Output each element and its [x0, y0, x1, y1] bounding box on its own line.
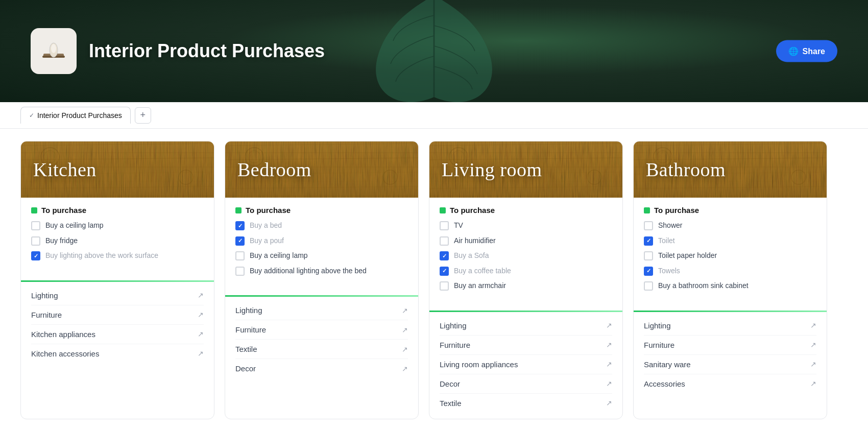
link-items: Lighting ↗ Furniture ↗ Kitchen appliance… [21, 284, 214, 369]
link-item[interactable]: Lighting ↗ [235, 301, 408, 320]
checkbox-2-4[interactable] [440, 281, 449, 291]
external-link-icon: ↗ [402, 326, 408, 334]
add-tab-button[interactable]: + [135, 107, 151, 124]
link-item[interactable]: Textile ↗ [235, 340, 408, 359]
check-item[interactable]: Toilet paper holder [644, 251, 816, 261]
section-dot [31, 207, 37, 213]
checkbox-3-0[interactable] [644, 221, 653, 230]
share-button[interactable]: 🌐 Share [776, 40, 837, 62]
check-label: TV [454, 221, 463, 231]
link-item[interactable]: Decor ↗ [440, 374, 612, 394]
header-content: Interior Product Purchases [31, 28, 325, 74]
link-item[interactable]: Furniture ↗ [440, 336, 612, 355]
checkbox-0-1[interactable] [31, 236, 40, 246]
section-title: To purchase [450, 206, 495, 214]
check-item[interactable]: Buy a Sofa [440, 251, 612, 261]
checkbox-1-0[interactable] [235, 221, 245, 230]
check-item[interactable]: Buy a ceiling lamp [235, 251, 408, 261]
section-title: To purchase [654, 206, 699, 214]
link-item[interactable]: Furniture ↗ [235, 320, 408, 340]
app-header: Interior Product Purchases 🌐 Share [0, 0, 868, 102]
check-label: Air humidifier [454, 236, 496, 246]
check-item[interactable]: Buy additional lighting above the bed [235, 266, 408, 276]
link-label: Lighting [440, 321, 467, 330]
svg-point-3 [51, 44, 56, 53]
link-item[interactable]: Accessories ↗ [644, 374, 816, 393]
link-label: Textile [440, 399, 462, 408]
section-dot [235, 207, 242, 213]
leaf-decoration [357, 0, 511, 102]
check-item[interactable]: Buy fridge [31, 236, 204, 246]
checkbox-2-2[interactable] [440, 251, 449, 260]
link-items: Lighting ↗ Furniture ↗ Textile ↗ Decor ↗ [225, 299, 418, 384]
tab-interior-product-purchases[interactable]: ✓ Interior Product Purchases [20, 107, 131, 124]
checkbox-2-1[interactable] [440, 236, 449, 246]
check-item[interactable]: Buy a ceiling lamp [31, 221, 204, 231]
column-kitchen: Kitchen To purchase Buy a ceiling lamp B… [20, 141, 214, 419]
check-label: Buy a bathroom sink cabinet [658, 281, 749, 291]
check-item[interactable]: Buy lighting above the work surface [31, 251, 204, 261]
checkbox-1-1[interactable] [235, 236, 245, 246]
link-item[interactable]: Sanitary ware ↗ [644, 355, 816, 374]
link-item[interactable]: Decor ↗ [235, 359, 408, 378]
link-label: Furniture [235, 325, 266, 334]
link-label: Living room appliances [440, 360, 518, 369]
share-label: Share [803, 46, 825, 56]
external-link-icon: ↗ [810, 341, 816, 349]
link-item[interactable]: Kitchen accessories ↗ [31, 344, 204, 363]
checkbox-0-0[interactable] [31, 221, 40, 230]
check-label: Buy a ceiling lamp [45, 221, 104, 231]
app-icon [31, 28, 77, 74]
tab-bar: ✓ Interior Product Purchases + [0, 102, 868, 129]
check-label: Toilet [658, 236, 675, 246]
section-header: To purchase [31, 206, 204, 214]
link-label: Decor [440, 379, 460, 388]
link-label: Sanitary ware [644, 360, 691, 369]
check-item[interactable]: Buy a coffee table [440, 266, 612, 276]
checkbox-3-1[interactable] [644, 236, 653, 246]
link-item[interactable]: Lighting ↗ [440, 316, 612, 336]
link-label: Furniture [440, 341, 470, 349]
check-item[interactable]: Toilet [644, 236, 816, 246]
link-label: Furniture [644, 341, 674, 349]
checkbox-0-2[interactable] [31, 251, 40, 260]
column-divider [429, 311, 622, 312]
link-item[interactable]: Living room appliances ↗ [440, 355, 612, 374]
checkbox-2-3[interactable] [440, 267, 449, 276]
check-item[interactable]: Buy an armchair [440, 281, 612, 291]
column-title: Bedroom [237, 158, 311, 181]
column-living-room: Living room To purchase TV Air humidifie… [429, 141, 623, 419]
link-item[interactable]: Furniture ↗ [31, 305, 204, 325]
link-item[interactable]: Furniture ↗ [644, 336, 816, 355]
checkbox-3-4[interactable] [644, 281, 653, 291]
checkbox-3-3[interactable] [644, 267, 653, 276]
section-dot [644, 207, 650, 213]
column-title: Kitchen [33, 158, 97, 181]
checkbox-1-2[interactable] [235, 251, 245, 260]
link-item[interactable]: Lighting ↗ [31, 286, 204, 305]
checkbox-1-3[interactable] [235, 267, 245, 276]
globe-icon: 🌐 [788, 46, 799, 56]
check-item[interactable]: Buy a pouf [235, 236, 408, 246]
column-body: To purchase TV Air humidifier Buy a Sofa… [429, 198, 622, 304]
check-label: Buy a pouf [250, 236, 284, 246]
check-item[interactable]: Buy a bathroom sink cabinet [644, 281, 816, 291]
section-header: To purchase [235, 206, 408, 214]
checkbox-3-2[interactable] [644, 251, 653, 260]
link-item[interactable]: Textile ↗ [440, 394, 612, 413]
check-label: Buy an armchair [454, 281, 506, 291]
column-header-kitchen: Kitchen [21, 141, 214, 198]
link-item[interactable]: Kitchen appliances ↗ [31, 325, 204, 344]
link-item[interactable]: Lighting ↗ [644, 316, 816, 336]
link-label: Lighting [235, 306, 262, 315]
check-item[interactable]: Air humidifier [440, 236, 612, 246]
check-item[interactable]: Shower [644, 221, 816, 231]
check-label: Buy a Sofa [454, 251, 489, 261]
check-item[interactable]: Buy a bed [235, 221, 408, 231]
check-item[interactable]: Towels [644, 266, 816, 276]
checkbox-2-0[interactable] [440, 221, 449, 230]
link-label: Textile [235, 345, 257, 353]
column-divider [21, 280, 214, 282]
check-item[interactable]: TV [440, 221, 612, 231]
column-header-bedroom: Bedroom [225, 141, 418, 198]
